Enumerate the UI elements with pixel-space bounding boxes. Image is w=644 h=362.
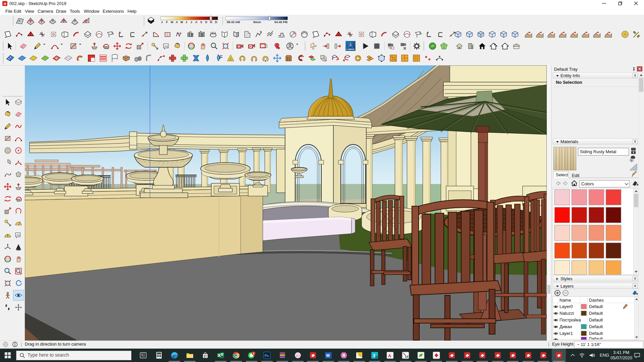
svg-text:W: W [326, 353, 330, 358]
svg-text:3: 3 [253, 352, 254, 355]
svg-text:3: 3 [373, 353, 375, 358]
svg-text:A1: A1 [16, 233, 20, 237]
svg-text:10: 10 [405, 355, 408, 358]
svg-text:A1: A1 [164, 45, 168, 48]
svg-text:LUMION: LUMION [346, 48, 355, 50]
svg-text:Ps: Ps [265, 354, 269, 358]
svg-text:A: A [388, 353, 391, 358]
